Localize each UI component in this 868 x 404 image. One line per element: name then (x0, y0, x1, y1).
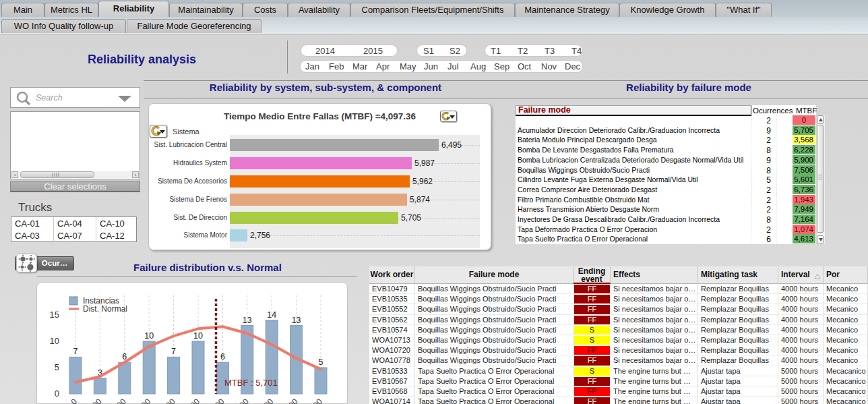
svg-text:1,000: 1,000 (82, 397, 103, 404)
svg-text:10: 10 (193, 331, 203, 341)
svg-text:3,000: 3,000 (131, 397, 152, 404)
svg-text:MTBF : 5,701: MTBF : 5,701 (224, 378, 278, 388)
svg-text:6,000: 6,000 (205, 397, 226, 404)
svg-text:7,000: 7,000 (230, 397, 251, 404)
svg-text:14: 14 (267, 310, 276, 320)
svg-text:5: 5 (55, 362, 59, 372)
svg-text:5,000: 5,000 (181, 397, 202, 404)
svg-text:9,000: 9,000 (279, 397, 300, 404)
svg-text:2,000: 2,000 (107, 397, 128, 404)
svg-text:10: 10 (144, 331, 154, 341)
svg-text:Dist. Normal: Dist. Normal (83, 304, 127, 314)
svg-text:8,000: 8,000 (254, 397, 275, 404)
svg-text:10: 10 (50, 336, 59, 346)
svg-text:0: 0 (55, 388, 59, 399)
svg-text:5: 5 (319, 357, 323, 367)
svg-text:4,000: 4,000 (156, 397, 177, 404)
svg-text:15: 15 (50, 310, 59, 320)
svg-text:0: 0 (69, 397, 79, 404)
svg-text:7: 7 (73, 347, 78, 356)
svg-text:6: 6 (220, 352, 225, 362)
svg-text:13: 13 (292, 316, 301, 325)
svg-text:10,000: 10,000 (300, 397, 324, 404)
svg-text:13: 13 (243, 316, 252, 325)
svg-text:7: 7 (171, 347, 176, 356)
